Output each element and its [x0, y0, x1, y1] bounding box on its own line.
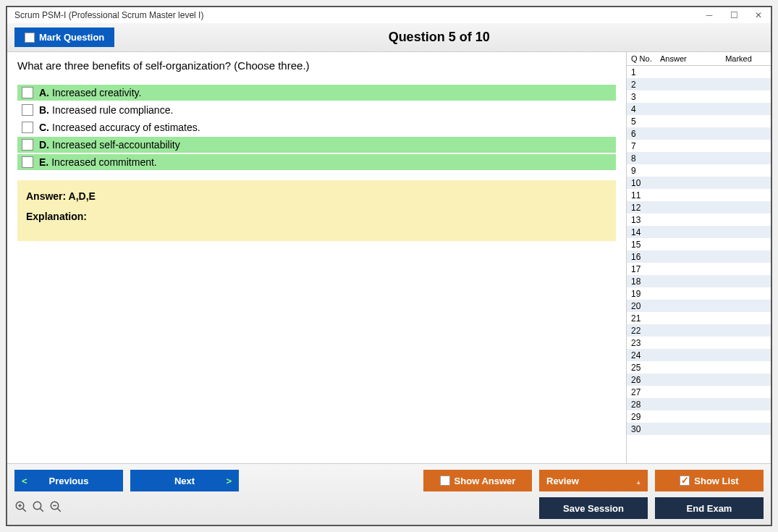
- question-list-row[interactable]: 23: [627, 337, 771, 349]
- question-list-row[interactable]: 13: [627, 214, 771, 226]
- question-list-row[interactable]: 20: [627, 300, 771, 312]
- option-row[interactable]: D. Increased self-accountability: [17, 137, 616, 153]
- row-qno: 1: [631, 67, 660, 77]
- zoom-reset-icon[interactable]: [32, 500, 45, 517]
- previous-label: Previous: [49, 476, 89, 486]
- question-list-row[interactable]: 21: [627, 312, 771, 324]
- option-checkbox[interactable]: [22, 139, 33, 151]
- maximize-icon[interactable]: ☐: [729, 10, 739, 20]
- row-qno: 24: [631, 350, 660, 360]
- show-list-button[interactable]: Show List: [655, 470, 764, 491]
- question-content: What are three benefits of self-organiza…: [7, 52, 626, 463]
- question-list-row[interactable]: 2: [627, 78, 771, 90]
- header-answer: Answer: [660, 54, 711, 63]
- question-list-row[interactable]: 18: [627, 275, 771, 287]
- question-list-row[interactable]: 15: [627, 238, 771, 250]
- row-qno: 5: [631, 117, 660, 127]
- options-list: A. Increased creativity.B. Increased rul…: [17, 85, 616, 170]
- app-window: Scrum PSM-I (Professional Scrum Master l…: [6, 6, 772, 526]
- question-list-row[interactable]: 12: [627, 201, 771, 214]
- option-row[interactable]: E. Increased commitment.: [17, 154, 616, 170]
- question-list-row[interactable]: 25: [627, 361, 771, 373]
- titlebar: Scrum PSM-I (Professional Scrum Master l…: [7, 7, 771, 23]
- question-list-row[interactable]: 1: [627, 66, 771, 78]
- main-area: What are three benefits of self-organiza…: [7, 52, 771, 463]
- svg-point-4: [33, 502, 41, 510]
- question-list-row[interactable]: 16: [627, 250, 771, 263]
- show-list-checkbox-icon: [680, 476, 690, 486]
- zoom-in-icon[interactable]: [14, 500, 28, 517]
- row-qno: 21: [631, 313, 660, 324]
- window-controls: ─ ☐ ✕: [704, 10, 764, 20]
- row-qno: 10: [631, 178, 660, 188]
- end-exam-label: End Exam: [687, 503, 732, 514]
- end-exam-button[interactable]: End Exam: [655, 497, 764, 519]
- mark-checkbox-icon: [25, 33, 35, 43]
- minimize-icon[interactable]: ─: [704, 10, 714, 20]
- next-button[interactable]: Next >: [130, 470, 239, 491]
- row-qno: 15: [631, 240, 660, 250]
- option-letter: C.: [39, 122, 49, 133]
- show-answer-label: Show Answer: [454, 476, 516, 486]
- question-list-row[interactable]: 10: [627, 177, 771, 189]
- zoom-controls: [14, 500, 62, 517]
- row-qno: 9: [631, 166, 660, 176]
- svg-line-1: [22, 508, 26, 512]
- row-qno: 14: [631, 227, 660, 237]
- question-list-row[interactable]: 5: [627, 115, 771, 127]
- question-list-row[interactable]: 8: [627, 152, 771, 164]
- save-session-button[interactable]: Save Session: [539, 497, 648, 519]
- option-row[interactable]: A. Increased creativity.: [17, 85, 616, 101]
- show-list-label: Show List: [694, 476, 738, 486]
- question-list-row[interactable]: 27: [627, 386, 771, 398]
- question-list-row[interactable]: 29: [627, 410, 771, 423]
- question-list-row[interactable]: 30: [627, 423, 771, 435]
- question-list-row[interactable]: 3: [627, 90, 771, 103]
- dropdown-up-icon: [637, 476, 640, 486]
- option-checkbox[interactable]: [22, 156, 33, 168]
- window-title: Scrum PSM-I (Professional Scrum Master l…: [14, 10, 203, 20]
- option-text: Increased self-accountability: [52, 139, 180, 151]
- question-list-row[interactable]: 9: [627, 164, 771, 177]
- show-answer-button[interactable]: Show Answer: [423, 470, 532, 491]
- row-qno: 11: [631, 190, 660, 200]
- row-qno: 25: [631, 363, 660, 373]
- answer-line: Answer: A,D,E: [26, 190, 607, 202]
- question-list-row[interactable]: 26: [627, 373, 771, 386]
- row-qno: 29: [631, 412, 660, 422]
- close-icon[interactable]: ✕: [753, 10, 764, 20]
- question-list-row[interactable]: 6: [627, 127, 771, 140]
- review-button[interactable]: Review: [539, 470, 648, 491]
- question-list-row[interactable]: 24: [627, 349, 771, 361]
- row-qno: 17: [631, 264, 660, 274]
- previous-button[interactable]: < Previous: [14, 470, 123, 491]
- mark-question-label: Mark Question: [39, 32, 104, 43]
- question-list-row[interactable]: 14: [627, 226, 771, 238]
- mark-question-button[interactable]: Mark Question: [14, 28, 114, 47]
- footer-bar: < Previous Next > Show Answer Review Sho…: [7, 463, 771, 525]
- option-row[interactable]: C. Increased accuracy of estimates.: [17, 119, 616, 135]
- question-list-row[interactable]: 4: [627, 103, 771, 115]
- zoom-out-icon[interactable]: [49, 500, 62, 517]
- header-qno: Q No.: [631, 54, 660, 63]
- row-qno: 27: [631, 387, 660, 397]
- row-qno: 8: [631, 153, 660, 164]
- option-checkbox[interactable]: [22, 122, 33, 133]
- option-checkbox[interactable]: [22, 104, 33, 116]
- answer-box: Answer: A,D,E Explanation:: [17, 180, 616, 241]
- option-letter: B.: [39, 104, 49, 116]
- question-list-row[interactable]: 28: [627, 398, 771, 410]
- question-list-row[interactable]: 19: [627, 287, 771, 300]
- question-list-row[interactable]: 22: [627, 324, 771, 337]
- row-qno: 18: [631, 276, 660, 287]
- option-checkbox[interactable]: [22, 87, 33, 98]
- option-row[interactable]: B. Increased rule compliance.: [17, 102, 616, 118]
- row-qno: 23: [631, 338, 660, 348]
- row-qno: 2: [631, 80, 660, 90]
- question-list-row[interactable]: 17: [627, 263, 771, 275]
- question-list-row[interactable]: 7: [627, 140, 771, 152]
- question-list-row[interactable]: 11: [627, 189, 771, 201]
- option-text: Increased accuracy of estimates.: [52, 122, 200, 133]
- header-bar: Mark Question Question 5 of 10: [7, 23, 771, 52]
- question-list[interactable]: 1234567891011121314151617181920212223242…: [627, 66, 771, 463]
